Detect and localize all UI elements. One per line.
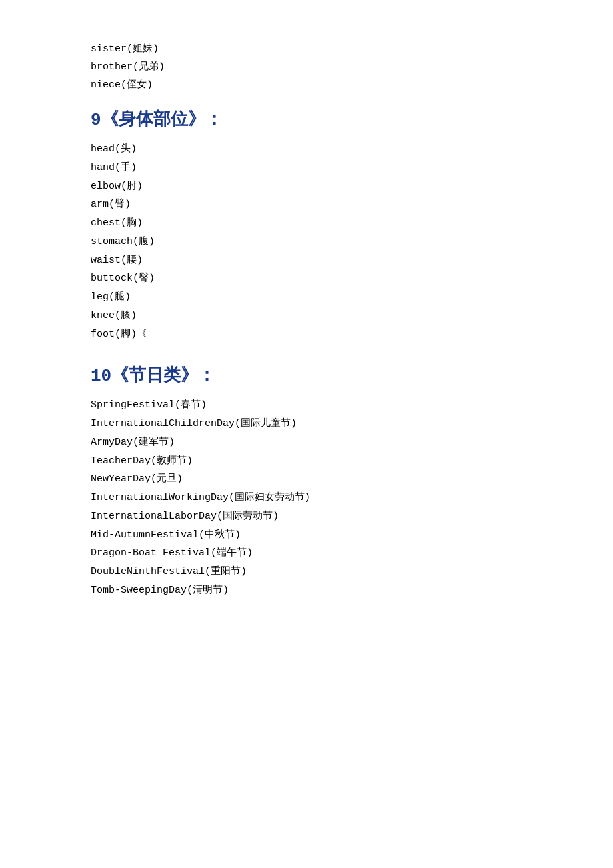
- list-item: InternationalLaborDay(国际劳动节): [91, 507, 522, 526]
- section-items-body-parts: head(头)hand(手)elbow(肘)arm(臂)chest(胸)stom…: [91, 140, 522, 343]
- section-heading-body-parts: 9《身体部位》：: [91, 107, 522, 131]
- list-item: chest(胸): [91, 214, 522, 233]
- list-item: foot(脚)《: [91, 325, 522, 344]
- intro-section: sister(姐妹)brother(兄弟)niece(侄女): [91, 40, 522, 94]
- list-item: hand(手): [91, 159, 522, 177]
- list-item: NewYearDay(元旦): [91, 470, 522, 489]
- intro-item: niece(侄女): [91, 76, 522, 94]
- list-item: leg(腿): [91, 288, 522, 307]
- list-item: Dragon-Boat Festival(端午节): [91, 544, 522, 563]
- list-item: arm(臂): [91, 195, 522, 214]
- list-item: knee(膝): [91, 307, 522, 325]
- list-item: ArmyDay(建军节): [91, 433, 522, 452]
- list-item: InternationalWorkingDay(国际妇女劳动节): [91, 489, 522, 507]
- section-body-parts: 9《身体部位》：head(头)hand(手)elbow(肘)arm(臂)ches…: [91, 107, 522, 343]
- list-item: SpringFestival(春节): [91, 396, 522, 415]
- list-item: InternationalChildrenDay(国际儿童节): [91, 415, 522, 433]
- list-item: TeacherDay(教师节): [91, 452, 522, 471]
- section-heading-festivals: 10《节日类》：: [91, 363, 522, 387]
- list-item: head(头): [91, 140, 522, 159]
- list-item: elbow(肘): [91, 177, 522, 196]
- list-item: buttock(臀): [91, 269, 522, 288]
- list-item: DoubleNinthFestival(重阳节): [91, 563, 522, 581]
- list-item: waist(腰): [91, 251, 522, 270]
- section-items-festivals: SpringFestival(春节)InternationalChildrenD…: [91, 396, 522, 599]
- list-item: stomach(腹): [91, 233, 522, 251]
- list-item: Tomb-SweepingDay(清明节): [91, 581, 522, 600]
- intro-item: sister(姐妹): [91, 40, 522, 58]
- intro-item: brother(兄弟): [91, 58, 522, 76]
- section-festivals: 10《节日类》：SpringFestival(春节)InternationalC…: [91, 363, 522, 599]
- list-item: Mid-AutumnFestival(中秋节): [91, 526, 522, 545]
